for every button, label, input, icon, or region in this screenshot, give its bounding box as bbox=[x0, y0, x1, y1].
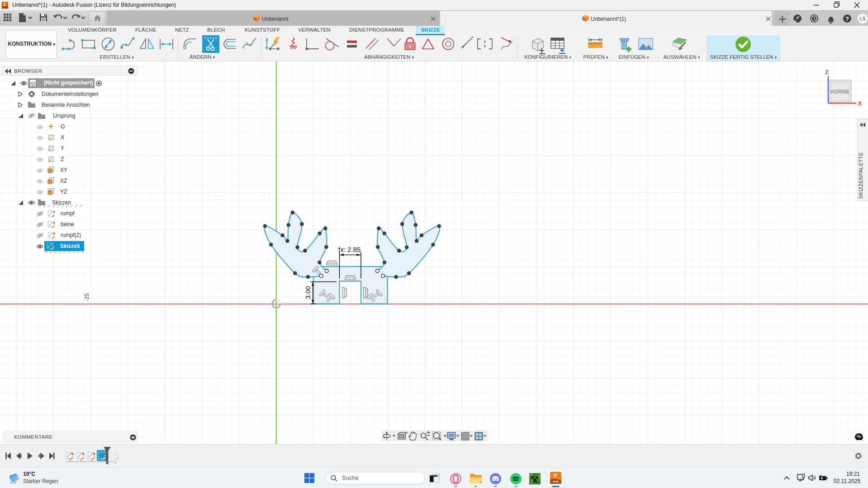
svg-text:-25: -25 bbox=[84, 293, 90, 301]
svg-text:FUS: FUS bbox=[553, 480, 559, 483]
svg-text:F: F bbox=[554, 472, 558, 479]
svg-text:LS: LS bbox=[860, 16, 866, 21]
svg-text:3.00: 3.00 bbox=[304, 286, 312, 299]
svg-text:F: F bbox=[4, 2, 6, 7]
svg-text:Z: Z bbox=[825, 69, 829, 76]
svg-text:X: X bbox=[858, 100, 862, 107]
svg-text:?: ? bbox=[845, 15, 849, 22]
svg-text:VORNE: VORNE bbox=[830, 89, 849, 95]
svg-text:fx: 2.85: fx: 2.85 bbox=[338, 246, 360, 253]
